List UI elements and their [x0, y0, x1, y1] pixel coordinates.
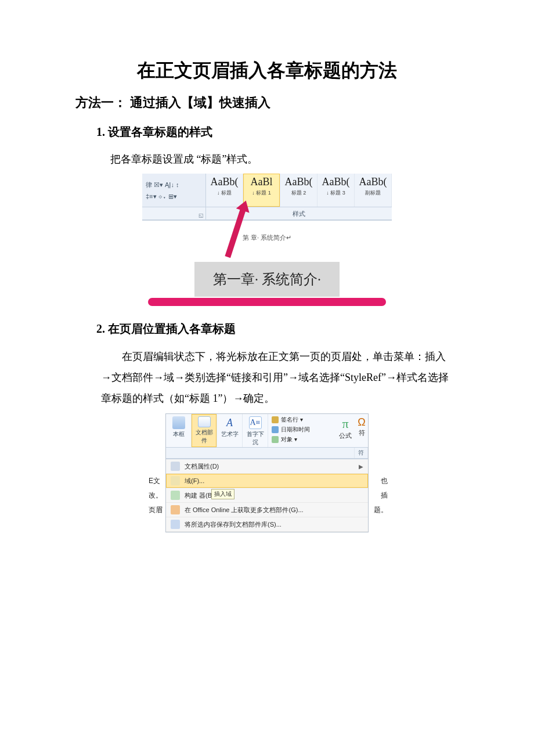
styles-gallery[interactable]: AaBb( ↓ 标题 AaBl ↓ 标题 1 AaBb( 标题 2 AaBb( … — [206, 174, 392, 207]
bg-text-left-1: E文 — [149, 476, 160, 486]
style-subtitle[interactable]: AaBb( 副标题 — [355, 174, 392, 207]
menu-save-to-gallery[interactable]: 将所选内容保存到文档部件库(S)... — [166, 517, 368, 532]
tooltip-insert-field: 插入域 — [211, 489, 234, 499]
textbox-button[interactable]: 本框 — [166, 414, 192, 447]
dropcap-button[interactable]: A≡ 首字下沉 — [243, 414, 268, 447]
text-group-extras: 签名行 ▾ 日期和时间 对象 ▾ — [268, 414, 335, 445]
menu-field[interactable]: E文 域(F)... 也 — [166, 474, 368, 488]
style-heading-2[interactable]: AaBb( 标题 2 — [280, 174, 317, 207]
menu-doc-properties[interactable]: 文档属性(D) ▶ — [166, 459, 368, 474]
save-gallery-icon — [171, 520, 180, 529]
figure-2: 本框 文档部件 A 艺术字 A≡ 首字下沉 签名行 ▾ 日期和时间 对象 ▾ π — [75, 413, 459, 532]
header-preview: 第 章· 系统简介↵ — [142, 220, 392, 255]
wordart-icon: A — [223, 416, 236, 429]
callout-chapter-title: 第一章· 系统简介· — [194, 262, 340, 297]
bg-text-right-1: 也 — [381, 476, 388, 486]
quick-parts-icon — [198, 416, 211, 427]
signature-icon — [272, 416, 279, 423]
menu-building-blocks[interactable]: 改。 构建 器(B)... 插入域 插 — [166, 488, 368, 503]
office-online-icon — [171, 505, 180, 514]
pi-icon: π — [335, 416, 355, 431]
bg-text-left-2: 改。 — [149, 491, 163, 501]
step-2-title: 在页眉位置插入各章标题 — [108, 322, 236, 335]
symbol-button[interactable]: Ω 符 — [355, 414, 368, 440]
menu-office-online[interactable]: 页眉 在 Office Online 上获取更多文档部件(G)... 题。 — [166, 503, 368, 517]
bg-text-left-3: 页眉 — [149, 505, 163, 515]
equation-button[interactable]: π 公式 — [335, 414, 355, 442]
date-icon — [272, 426, 279, 433]
step-2-heading: 2. 在页眉位置插入各章标题 — [96, 321, 459, 337]
annotation-underline — [148, 298, 386, 306]
figure-1: 律☒▾ĄĮ↓↕ ‡≡▾⟐▾⊞▾ AaBb( ↓ 标题 AaBl ↓ 标题 1 A… — [75, 174, 459, 306]
object-button[interactable]: 对象 ▾ — [272, 435, 332, 444]
dialog-launcher-icon[interactable]: ◱ — [199, 213, 204, 218]
insert-ribbon: 本框 文档部件 A 艺术字 A≡ 首字下沉 签名行 ▾ 日期和时间 对象 ▾ π — [166, 414, 368, 448]
step-2-body: 在页眉编辑状态下，将光标放在正文第一页的页眉处，单击菜单：插入→文档部件→域→类… — [101, 346, 453, 409]
dropcap-icon: A≡ — [249, 416, 262, 429]
textbox-icon — [172, 416, 185, 429]
bg-text-right-3: 题。 — [374, 505, 388, 515]
paragraph-group: 律☒▾ĄĮ↓↕ ‡≡▾⟐▾⊞▾ — [142, 174, 206, 207]
step-1-body: 把各章标题设置成 “标题”样式。 — [110, 149, 459, 169]
symbols-group-label: 符 — [355, 448, 368, 458]
wordart-button[interactable]: A 艺术字 — [217, 414, 243, 447]
style-heading-3[interactable]: AaBb( ↓ 标题 3 — [317, 174, 355, 207]
doc-props-icon — [171, 462, 180, 471]
quick-parts-button[interactable]: 文档部件 — [192, 414, 217, 447]
object-icon — [272, 436, 279, 443]
step-1-title: 设置各章标题的样式 — [108, 125, 212, 138]
date-time-button[interactable]: 日期和时间 — [272, 426, 332, 434]
quick-parts-menu: 文档属性(D) ▶ E文 域(F)... 也 改。 构建 器(B)... 插入域… — [166, 459, 368, 532]
styles-group-label: 样式 — [206, 207, 392, 219]
document-title: 在正文页眉插入各章标题的方法 — [75, 58, 459, 84]
omega-icon: Ω — [355, 416, 368, 429]
bg-text-right-2: 插 — [381, 491, 388, 501]
field-icon — [171, 476, 180, 485]
building-blocks-icon — [171, 491, 180, 500]
step-2-number: 2. — [96, 322, 105, 335]
chevron-right-icon: ▶ — [359, 463, 363, 470]
method-heading: 方法一： 通过插入【域】快速插入 — [75, 94, 459, 111]
step-1-number: 1. — [96, 125, 105, 138]
signature-line-button[interactable]: 签名行 ▾ — [272, 416, 332, 424]
step-1-heading: 1. 设置各章标题的样式 — [96, 124, 459, 140]
